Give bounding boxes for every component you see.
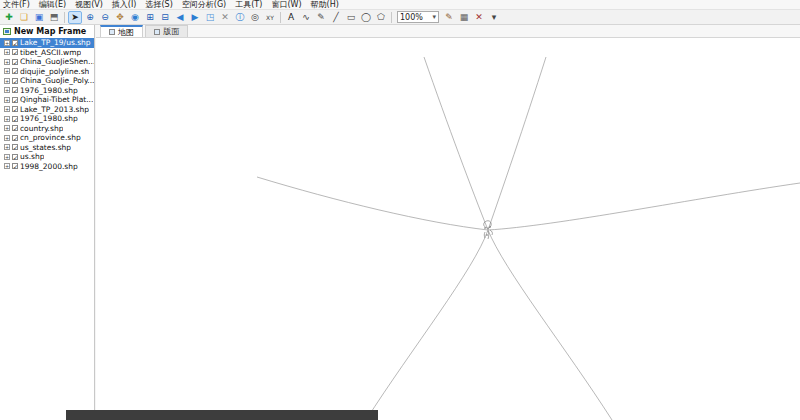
menu-geoprocess[interactable]: 空间分析(G) xyxy=(182,0,226,10)
map-feature-dot xyxy=(486,234,488,236)
layer-checkbox[interactable]: ✓ xyxy=(12,78,18,84)
identify-icon[interactable]: ⓘ xyxy=(233,11,247,24)
layer-checkbox[interactable]: ✓ xyxy=(12,87,18,93)
layer-checkbox[interactable]: ✓ xyxy=(12,49,18,55)
zoom-level-combo[interactable]: 100%▾ xyxy=(397,11,439,23)
menu-tools[interactable]: 工具(T) xyxy=(235,0,262,10)
expander-icon[interactable]: + xyxy=(4,68,10,74)
layer-label: China_GuoJie_Poly... xyxy=(20,76,94,85)
polygon-tool-icon[interactable]: ⬠ xyxy=(374,11,388,24)
layer-label: cn_province.shp xyxy=(20,133,81,142)
text-tool-icon[interactable]: A xyxy=(284,11,298,24)
layer-row[interactable]: +✓Lake_TP_2013.shp xyxy=(0,105,94,115)
circle-tool-icon[interactable]: ◯ xyxy=(359,11,373,24)
expander-icon[interactable]: + xyxy=(4,163,10,169)
clear-selection-icon[interactable]: ✕ xyxy=(218,11,232,24)
expander-icon[interactable]: + xyxy=(4,97,10,103)
layer-label: us_states.shp xyxy=(20,143,71,152)
edit-pencil-icon[interactable]: ✎ xyxy=(442,11,456,24)
layer-label: Lake_TP_19/us.shp xyxy=(20,38,91,47)
zoom-in-icon[interactable]: ⊕ xyxy=(83,11,97,24)
tab-layout[interactable]: 版面 xyxy=(145,25,188,37)
layer-row[interactable]: +✓China_GuoJieShen... xyxy=(0,57,94,67)
map-feature-dot xyxy=(489,226,491,228)
menu-help[interactable]: 帮助(H) xyxy=(311,0,339,10)
zoom-out-icon[interactable]: ⊖ xyxy=(98,11,112,24)
fixed-zoom-out-icon[interactable]: ⊟ xyxy=(158,11,172,24)
menu-view[interactable]: 视图(V) xyxy=(75,0,103,10)
select-tool-icon[interactable]: ➤ xyxy=(68,11,82,24)
menu-file[interactable]: 文件(F) xyxy=(3,0,30,10)
open-folder-icon[interactable]: ❏ xyxy=(17,11,31,24)
layer-checkbox[interactable]: ✓ xyxy=(12,135,18,141)
layer-checkbox[interactable]: ✓ xyxy=(12,163,18,169)
close-tool-icon[interactable]: ✕ xyxy=(472,11,486,24)
expander-icon[interactable]: + xyxy=(4,78,10,84)
layer-checkbox[interactable]: ✓ xyxy=(12,59,18,65)
layer-checkbox[interactable]: ✓ xyxy=(12,40,18,46)
layer-checkbox[interactable]: ✓ xyxy=(12,154,18,160)
map-feature-cluster xyxy=(490,230,492,235)
layer-row[interactable]: +✓us_states.shp xyxy=(0,143,94,153)
expander-icon[interactable]: + xyxy=(4,87,10,93)
more-tools-icon[interactable]: ▾ xyxy=(487,11,501,24)
menu-edit[interactable]: 编辑(E) xyxy=(39,0,66,10)
layer-checkbox[interactable]: ✓ xyxy=(12,125,18,131)
zoom-level-value: 100% xyxy=(400,13,423,22)
menu-window[interactable]: 窗口(W) xyxy=(271,0,301,10)
layer-row[interactable]: +✓China_GuoJie_Poly... xyxy=(0,76,94,86)
curve-tool-icon[interactable]: ∿ xyxy=(299,11,313,24)
print-icon[interactable]: ⬒ xyxy=(47,11,61,24)
add-data-icon[interactable]: ✚ xyxy=(2,11,16,24)
full-extent-icon[interactable]: ◉ xyxy=(128,11,142,24)
layer-label: China_GuoJieShen... xyxy=(20,57,94,66)
map-feature-dot xyxy=(484,227,486,229)
line-tool-icon[interactable]: ╱ xyxy=(329,11,343,24)
layer-row[interactable]: +✓1976_1980.shp xyxy=(0,114,94,124)
layer-row[interactable]: +✓tibet_ASCII.wmp xyxy=(0,48,94,58)
layer-row[interactable]: +✓Lake_TP_19/us.shp xyxy=(0,38,94,48)
layer-row[interactable]: +✓us.shp xyxy=(0,152,94,162)
layer-row[interactable]: +✓1976_1980.shp xyxy=(0,86,94,96)
view-tab-bar: 地图版面 xyxy=(96,25,800,38)
select-features-icon[interactable]: ◳ xyxy=(203,11,217,24)
rectangle-tool-icon[interactable]: ▭ xyxy=(344,11,358,24)
go-to-xy-icon[interactable]: XY xyxy=(263,11,277,24)
menu-select[interactable]: 选择(S) xyxy=(145,0,172,10)
menu-insert[interactable]: 插入(I) xyxy=(112,0,137,10)
back-extent-icon[interactable]: ◀ xyxy=(173,11,187,24)
expander-icon[interactable]: + xyxy=(4,106,10,112)
fixed-zoom-in-icon[interactable]: ⊞ xyxy=(143,11,157,24)
expander-icon[interactable]: + xyxy=(4,144,10,150)
expander-icon[interactable]: + xyxy=(4,125,10,131)
save-edits-icon[interactable]: ▦ xyxy=(457,11,471,24)
pan-icon[interactable]: ✥ xyxy=(113,11,127,24)
map-canvas[interactable] xyxy=(96,38,800,420)
layer-checkbox[interactable]: ✓ xyxy=(12,106,18,112)
layer-checkbox[interactable]: ✓ xyxy=(12,68,18,74)
layer-row[interactable]: +✓Qinghai-Tibet Plat... xyxy=(0,95,94,105)
map-frame-root[interactable]: New Map Frame xyxy=(0,25,94,38)
layer-row[interactable]: +✓diqujie_polyline.sh xyxy=(0,67,94,77)
layer-row[interactable]: +✓cn_province.shp xyxy=(0,133,94,143)
tab-icon xyxy=(109,29,115,35)
expander-icon[interactable]: + xyxy=(4,49,10,55)
expander-icon[interactable]: + xyxy=(4,135,10,141)
layer-row[interactable]: +✓country.shp xyxy=(0,124,94,134)
layer-row[interactable]: +✓1998_2000.shp xyxy=(0,162,94,172)
freehand-tool-icon[interactable]: ✎ xyxy=(314,11,328,24)
layer-label: Qinghai-Tibet Plat... xyxy=(20,95,93,104)
layer-checkbox[interactable]: ✓ xyxy=(12,97,18,103)
layer-checkbox[interactable]: ✓ xyxy=(12,144,18,150)
layer-checkbox[interactable]: ✓ xyxy=(12,116,18,122)
forward-extent-icon[interactable]: ▶ xyxy=(188,11,202,24)
tab-label: 版面 xyxy=(163,26,179,37)
expander-icon[interactable]: + xyxy=(4,116,10,122)
tab-map[interactable]: 地图 xyxy=(100,25,143,37)
save-icon[interactable]: ▣ xyxy=(32,11,46,24)
map-feature-cluster xyxy=(484,232,485,238)
find-icon[interactable]: ◎ xyxy=(248,11,262,24)
expander-icon[interactable]: + xyxy=(4,154,10,160)
expander-icon[interactable]: + xyxy=(4,40,10,46)
expander-icon[interactable]: + xyxy=(4,59,10,65)
